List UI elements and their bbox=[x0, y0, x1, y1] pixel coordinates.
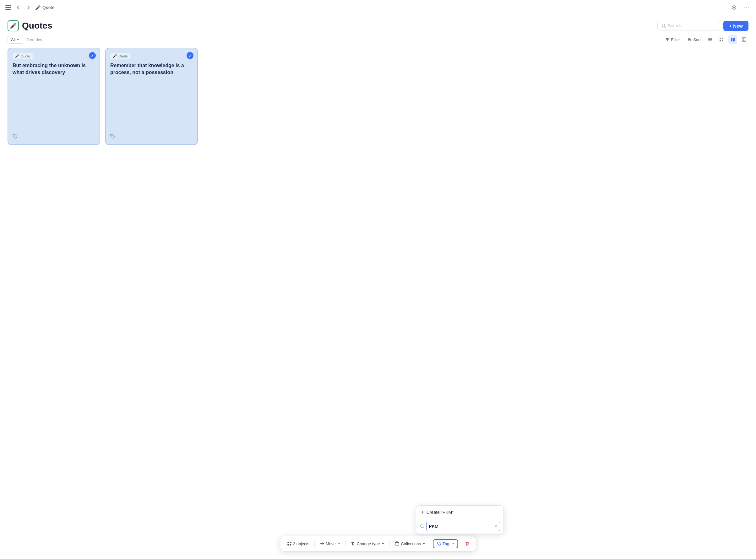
card-badge-1: 🎤 Quote bbox=[13, 53, 33, 59]
breadcrumb-icon: 🎤 bbox=[35, 5, 41, 10]
card-title-1: But embracing the unknown is what drives… bbox=[13, 62, 95, 76]
sort-label: Sort bbox=[693, 37, 701, 42]
page-header: 🎤 Quotes Search + New bbox=[0, 15, 756, 35]
tag-create-plus-icon: + bbox=[421, 509, 424, 515]
list-view-button[interactable] bbox=[706, 35, 715, 44]
svg-rect-19 bbox=[719, 40, 721, 41]
target-icon[interactable] bbox=[730, 3, 738, 12]
quote-card-2[interactable]: 🎤 Quote ✓ Remember that knowledge is a p… bbox=[105, 48, 198, 145]
toolbar-sep-2 bbox=[345, 540, 346, 547]
card-tag-icon-2 bbox=[110, 134, 115, 140]
cards-area: 🎤 Quote ✓ But embracing the unknown is w… bbox=[0, 48, 756, 145]
filter-button[interactable]: Filter bbox=[663, 36, 683, 43]
breadcrumb-label: Quote bbox=[42, 5, 54, 10]
sort-button[interactable]: Sort bbox=[685, 36, 703, 43]
filter-bar: All 2 entries Filter Sort bbox=[0, 35, 756, 48]
svg-rect-18 bbox=[722, 38, 723, 39]
svg-rect-1 bbox=[5, 7, 11, 8]
svg-rect-15 bbox=[708, 39, 712, 40]
small-card-view-button[interactable] bbox=[717, 35, 726, 44]
toolbar-sep-4 bbox=[431, 540, 431, 547]
topbar-left: 🎤 Quote bbox=[5, 4, 54, 11]
toolbar-sep-1 bbox=[315, 540, 315, 547]
toolbar-sep-5 bbox=[460, 540, 460, 547]
svg-point-36 bbox=[438, 543, 438, 543]
filter-bar-left: All 2 entries bbox=[7, 36, 42, 44]
search-box[interactable]: Search bbox=[657, 21, 720, 30]
collections-button[interactable]: Collections bbox=[392, 540, 429, 548]
objects-count-label: 2 objects bbox=[293, 541, 309, 546]
card-tag-icon-1 bbox=[13, 134, 18, 140]
svg-point-28 bbox=[112, 135, 112, 136]
breadcrumb: 🎤 Quote bbox=[35, 5, 54, 10]
tag-search-input[interactable] bbox=[426, 522, 500, 531]
header-actions: Search + New bbox=[657, 21, 749, 31]
forward-button[interactable] bbox=[25, 4, 31, 11]
large-card-view-button[interactable] bbox=[728, 35, 737, 44]
delete-button[interactable] bbox=[462, 539, 472, 549]
topbar: 🎤 Quote ⋯ bbox=[0, 0, 756, 15]
move-button[interactable]: Move bbox=[317, 540, 344, 548]
back-button[interactable] bbox=[15, 4, 21, 11]
quote-card-1[interactable]: 🎤 Quote ✓ But embracing the unknown is w… bbox=[7, 48, 100, 145]
card-check-2[interactable]: ✓ bbox=[187, 52, 193, 59]
change-type-label: Change type bbox=[357, 541, 380, 546]
card-check-1[interactable]: ✓ bbox=[89, 52, 96, 59]
page-title-wrap: 🎤 Quotes bbox=[7, 20, 52, 31]
svg-rect-33 bbox=[287, 544, 289, 545]
tag-popup-search: ✕ bbox=[416, 519, 503, 534]
move-label: Move bbox=[326, 541, 336, 546]
all-label: All bbox=[11, 37, 15, 42]
collections-label: Collections bbox=[401, 541, 421, 546]
svg-rect-34 bbox=[289, 544, 291, 545]
all-filter-select[interactable]: All bbox=[7, 36, 23, 44]
filter-bar-right: Filter Sort bbox=[663, 35, 749, 44]
svg-point-27 bbox=[14, 135, 15, 136]
svg-rect-14 bbox=[708, 38, 712, 39]
card-title-2: Remember that knowledge is a process, no… bbox=[110, 62, 193, 76]
bottom-toolbar: 2 objects Move Change type Collections bbox=[280, 536, 476, 552]
card-badge-label-1: Quote bbox=[21, 54, 30, 58]
page-title-icon: 🎤 bbox=[7, 20, 19, 31]
topbar-right: ⋯ bbox=[730, 3, 751, 12]
svg-rect-31 bbox=[287, 542, 289, 543]
svg-point-3 bbox=[732, 6, 736, 9]
svg-rect-21 bbox=[731, 38, 732, 41]
change-type-button[interactable]: Change type bbox=[348, 540, 388, 548]
tag-popup: + Create "PKM" ✕ bbox=[416, 505, 504, 534]
svg-rect-22 bbox=[733, 38, 735, 41]
tag-create-button[interactable]: + Create "PKM" bbox=[416, 506, 503, 519]
svg-rect-2 bbox=[5, 9, 11, 10]
svg-rect-20 bbox=[722, 40, 723, 41]
tag-button[interactable]: Tag bbox=[433, 539, 458, 548]
filter-label: Filter bbox=[671, 37, 680, 42]
svg-rect-32 bbox=[289, 542, 291, 543]
tag-create-label: Create "PKM" bbox=[427, 510, 454, 515]
svg-rect-16 bbox=[708, 41, 712, 41]
svg-line-7 bbox=[665, 27, 666, 28]
objects-count-item: 2 objects bbox=[284, 540, 312, 548]
new-button[interactable]: + New bbox=[723, 21, 749, 31]
svg-point-4 bbox=[733, 7, 735, 8]
sidebar-toggle-icon[interactable] bbox=[5, 4, 11, 11]
svg-rect-17 bbox=[719, 38, 721, 39]
page-title: Quotes bbox=[22, 21, 52, 31]
search-placeholder: Search bbox=[668, 23, 682, 28]
card-badge-label-2: Quote bbox=[118, 54, 128, 58]
card-badge-icon-2: 🎤 bbox=[113, 54, 117, 58]
svg-line-30 bbox=[423, 527, 424, 529]
card-badge-icon-1: 🎤 bbox=[15, 54, 20, 58]
svg-rect-35 bbox=[395, 542, 399, 545]
entries-count: 2 entries bbox=[26, 37, 42, 42]
svg-rect-0 bbox=[5, 5, 11, 6]
more-options-icon[interactable]: ⋯ bbox=[742, 3, 751, 12]
toolbar-sep-3 bbox=[389, 540, 390, 547]
svg-rect-23 bbox=[742, 38, 746, 41]
table-view-button[interactable] bbox=[740, 35, 749, 44]
tag-label: Tag bbox=[442, 541, 450, 546]
tag-search-clear-icon[interactable]: ✕ bbox=[494, 524, 498, 529]
card-badge-2: 🎤 Quote bbox=[110, 53, 130, 59]
